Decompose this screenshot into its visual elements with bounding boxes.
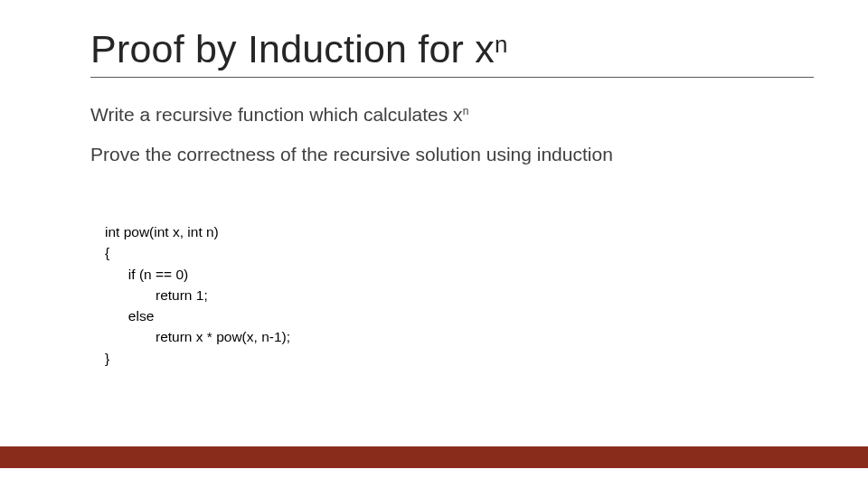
slide-title: Proof by Induction for xn (90, 27, 814, 78)
code-line-4: return 1; (105, 287, 208, 303)
accent-bar (0, 446, 868, 468)
code-line-3: if (n == 0) (105, 267, 188, 282)
title-block: Proof by Induction for xn (90, 27, 814, 78)
body-line-1-sup: n (463, 105, 469, 117)
title-text: Proof by Induction for x (90, 27, 495, 70)
code-line-5: else (105, 308, 154, 324)
code-block: int pow(int x, int n) { if (n == 0) retu… (105, 221, 290, 369)
body-line-1-text: Write a recursive function which calcula… (90, 104, 463, 125)
code-line-6: return x * pow(x, n-1); (105, 329, 290, 344)
code-line-1: int pow(int x, int n) (105, 224, 219, 239)
title-sup: n (495, 31, 508, 58)
body-line-1: Write a recursive function which calcula… (90, 101, 814, 128)
body-text: Write a recursive function which calcula… (90, 101, 814, 182)
code-line-2: { (105, 245, 109, 260)
code-line-7: } (105, 351, 109, 366)
slide: Proof by Induction for xn Write a recurs… (0, 0, 868, 488)
body-line-2: Prove the correctness of the recursive s… (90, 141, 814, 168)
